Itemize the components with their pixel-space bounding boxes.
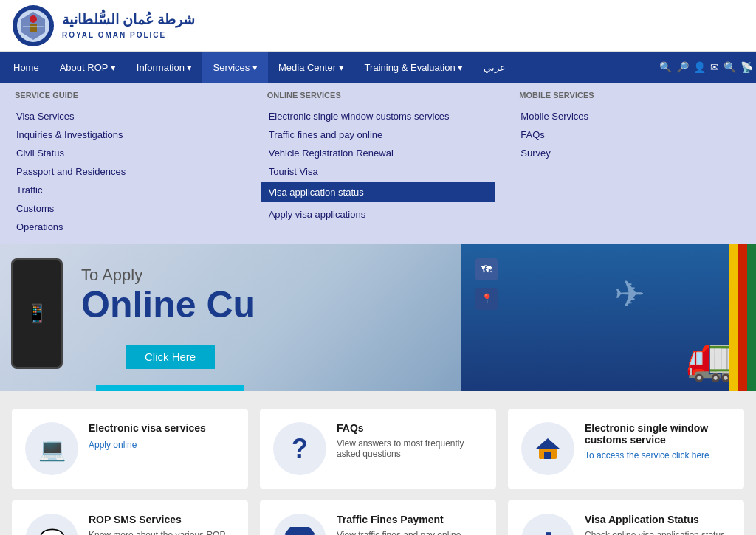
service-title-visa-status: Visa Application Status bbox=[585, 514, 725, 525]
hero-content: To Apply Online Cu bbox=[81, 266, 255, 325]
logo-area: شرطة عُمان السُّلطانية ROYAL OMAN POLICE bbox=[12, 4, 195, 47]
dropdown-item-traffic[interactable]: Traffic bbox=[15, 181, 237, 199]
hero-cyan-bar bbox=[96, 385, 244, 391]
email-icon[interactable]: ✉ bbox=[710, 61, 719, 73]
dropdown-col-2: Online services Electronic single window… bbox=[252, 83, 504, 244]
header: شرطة عُمان السُّلطانية ROYAL OMAN POLICE bbox=[0, 0, 756, 52]
search-icon-3[interactable]: 🔍 bbox=[724, 61, 736, 73]
dropdown-menu: Service Guide Visa Services Inquiries & … bbox=[0, 83, 756, 244]
dropdown-col-1: Service Guide Visa Services Inquiries & … bbox=[0, 83, 252, 244]
road-icon-svg bbox=[284, 527, 315, 535]
service-desc-visa-status: Check online visa application status bbox=[585, 530, 725, 535]
navbar: Home About ROP ▾ Information ▾ Services … bbox=[0, 52, 756, 83]
logo-emblem bbox=[12, 4, 55, 47]
service-title-sms: ROP SMS Services bbox=[89, 514, 235, 525]
nav-item-training[interactable]: Training & Evaluation ▾ bbox=[354, 52, 474, 83]
services-grid: 💻 Electronic visa services Apply online … bbox=[12, 409, 744, 535]
nav-item-about[interactable]: About ROP ▾ bbox=[49, 52, 126, 83]
services-section: 💻 Electronic visa services Apply online … bbox=[0, 391, 756, 535]
service-info-faqs: FAQs View answers to most frequently ask… bbox=[337, 422, 483, 459]
dropdown-item-visa-services[interactable]: Visa Services bbox=[15, 107, 237, 125]
service-card-faqs: ? FAQs View answers to most frequently a… bbox=[260, 409, 496, 489]
nav-item-media[interactable]: Media Center ▾ bbox=[268, 52, 354, 83]
nav-item-arabic[interactable]: عربي bbox=[473, 52, 516, 83]
svg-rect-4 bbox=[30, 24, 37, 32]
service-info-sms: ROP SMS Services Know more about the var… bbox=[89, 514, 235, 535]
nav-item-home[interactable]: Home bbox=[3, 52, 49, 83]
search-icon-2[interactable]: 🔎 bbox=[676, 61, 689, 73]
search-icon-1[interactable]: 🔍 bbox=[659, 61, 672, 73]
dropdown-item-apply-visa[interactable]: Apply visa applications bbox=[267, 205, 489, 224]
logo-text: شرطة عُمان السُّلطانية ROYAL OMAN POLICE bbox=[62, 11, 195, 40]
service-card-customs: Electronic single window customs service… bbox=[508, 409, 744, 489]
hero-click-button[interactable]: Click Here bbox=[126, 345, 215, 369]
hero-right-decor: ✈ 🚛 🗺 📍 bbox=[461, 244, 756, 391]
laptop-icon: 💻 bbox=[38, 436, 66, 462]
dropdown-item-civil-status[interactable]: Civil Status bbox=[15, 144, 237, 162]
dropdown-item-traffic-fines[interactable]: Traffic fines and pay online bbox=[267, 125, 489, 144]
svg-rect-8 bbox=[544, 452, 551, 459]
hero-online: Online Cu bbox=[81, 285, 255, 325]
service-icon-circle-faqs: ? bbox=[273, 422, 326, 475]
dropdown-col-3: Mobile Services Mobile Services FAQs Sur… bbox=[504, 83, 756, 244]
hero-banner: 📱 To Apply Online Cu Click Here ✈ 🚛 🗺 📍 bbox=[0, 244, 756, 391]
service-title-faqs: FAQs bbox=[337, 422, 483, 434]
question-icon: ? bbox=[292, 433, 308, 464]
service-card-visa-status: ⬇ Visa Application Status Check online v… bbox=[508, 500, 744, 535]
dropdown-item-customs[interactable]: Customs bbox=[15, 199, 237, 218]
service-info-traffic: Traffic Fines Payment View traffic fines… bbox=[337, 514, 461, 535]
user-icon[interactable]: 👤 bbox=[693, 61, 706, 73]
dropdown-item-mobile-services[interactable]: Mobile Services bbox=[519, 107, 741, 125]
dropdown-item-vehicle-reg[interactable]: Vehicle Registration Renewal bbox=[267, 144, 489, 162]
dropdown-item-tourist-visa[interactable]: Tourist Visa bbox=[267, 162, 489, 181]
service-info-visa: Electronic visa services Apply online bbox=[89, 422, 206, 450]
svg-marker-7 bbox=[536, 438, 560, 449]
service-desc-customs: To access the service click here bbox=[585, 450, 731, 460]
service-title-visa: Electronic visa services bbox=[89, 422, 206, 434]
dropdown-item-inquiries[interactable]: Inquiries & Investigations bbox=[15, 125, 237, 144]
nav-item-information[interactable]: Information ▾ bbox=[126, 52, 203, 83]
plane-silhouette: ✈ bbox=[614, 273, 645, 316]
chat-icon: 💬 bbox=[38, 528, 66, 536]
dropdown-col-1-header: Service Guide bbox=[15, 91, 237, 100]
dropdown-item-operations[interactable]: Operations bbox=[15, 218, 237, 236]
dropdown-col-2-header: Online services bbox=[267, 91, 489, 100]
download-icon: ⬇ bbox=[539, 528, 557, 536]
nav-icons: 🔍 🔎 👤 ✉ 🔍 📡 bbox=[659, 61, 753, 73]
service-icon-circle-visa-status: ⬇ bbox=[521, 514, 574, 535]
service-title-traffic: Traffic Fines Payment bbox=[337, 514, 461, 525]
service-desc-faqs: View answers to most frequently asked qu… bbox=[337, 438, 483, 459]
service-card-sms: 💬 ROP SMS Services Know more about the v… bbox=[12, 500, 248, 535]
service-desc-traffic: View traffic fines and pay online bbox=[337, 530, 461, 535]
map-icons: 🗺 📍 bbox=[475, 258, 498, 310]
service-icon-circle-visa: 💻 bbox=[25, 422, 78, 475]
dropdown-col-3-header: Mobile Services bbox=[519, 91, 741, 100]
service-info-visa-status: Visa Application Status Check online vis… bbox=[585, 514, 725, 535]
service-card-traffic: Traffic Fines Payment View traffic fines… bbox=[260, 500, 496, 535]
logo-english: ROYAL OMAN POLICE bbox=[62, 31, 166, 39]
customs-icon-svg bbox=[533, 434, 563, 463]
dropdown-item-visa-status[interactable]: Visa application status bbox=[261, 182, 495, 202]
svg-marker-10 bbox=[284, 527, 315, 534]
dropdown-item-survey[interactable]: Survey bbox=[519, 144, 741, 162]
rss-icon[interactable]: 📡 bbox=[740, 61, 753, 73]
dropdown-item-passport[interactable]: Passport and Residences bbox=[15, 162, 237, 181]
service-info-customs: Electronic single window customs service… bbox=[585, 422, 731, 460]
service-icon-circle-traffic bbox=[273, 514, 326, 535]
service-desc-sms: Know more about the various ROP SMS Serv… bbox=[89, 530, 235, 535]
service-icon-circle-customs bbox=[521, 422, 574, 475]
svg-point-3 bbox=[30, 15, 37, 23]
service-link-visa[interactable]: Apply online bbox=[89, 440, 137, 450]
hero-to-apply: To Apply bbox=[81, 266, 255, 285]
hero-phone-image: 📱 bbox=[11, 258, 63, 369]
dropdown-item-ecw-customs[interactable]: Electronic single window customs service… bbox=[267, 107, 489, 125]
dropdown-item-faqs[interactable]: FAQs bbox=[519, 125, 741, 144]
emblem-svg bbox=[12, 4, 55, 47]
logo-arabic: شرطة عُمان السُّلطانية bbox=[62, 11, 195, 28]
service-icon-circle-sms: 💬 bbox=[25, 514, 78, 535]
service-card-electronic-visa: 💻 Electronic visa services Apply online bbox=[12, 409, 248, 489]
nav-item-services[interactable]: Services ▾ bbox=[202, 52, 267, 83]
service-title-customs: Electronic single window customs service bbox=[585, 422, 731, 446]
